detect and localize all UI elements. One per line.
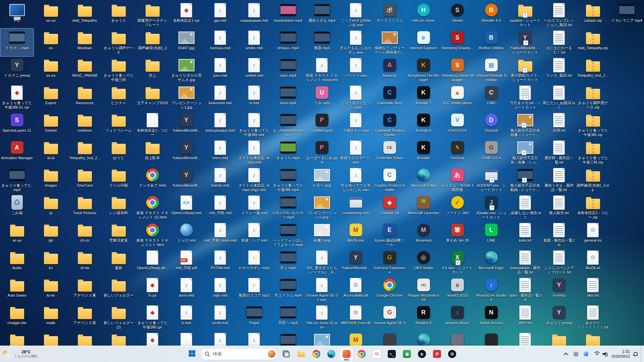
desktop-icon[interactable]: GGroove Agent SE 5 xyxy=(373,303,407,331)
taskbar-app-green-app[interactable] xyxy=(400,347,414,361)
desktop-icon[interactable]: HHALion Sonic xyxy=(407,1,440,29)
desktop-icon[interactable]: es-es xyxy=(34,56,68,84)
desktop-icon[interactable]: テンポあて.html xyxy=(136,166,169,194)
desktop-icon[interactable]: ♪Groove Agent SE 01.wav xyxy=(305,276,339,304)
desktop-icon[interactable]: MMuseHub xyxy=(407,221,440,249)
desktop-icon[interactable]: BBlender 4.4 xyxy=(474,1,508,29)
desktop-icon[interactable]: ⚙MoZA.ini xyxy=(576,248,610,277)
desktop-icon[interactable]: 調査用データテンプレート xyxy=(136,1,169,29)
desktop-icon[interactable]: ♪001_東北きりたん（ノーマル）_今じゃ... xyxy=(305,248,339,277)
desktop-icon[interactable]: Yきゅうり.ymmp xyxy=(542,303,576,331)
desktop-icon[interactable]: ⚙Accessibility.dll xyxy=(339,276,373,304)
desktop-icon[interactable]: ♪答え知ってても苦しいわこれ.wav xyxy=(339,166,373,194)
desktop-icon[interactable]: ラベル印刷 xyxy=(102,166,136,194)
desktop-icon[interactable]: id-id xyxy=(34,138,68,167)
desktop-icon[interactable]: ♪バスドラ.wav xyxy=(339,56,373,84)
desktop-icon[interactable]: 路上駐車 xyxy=(136,138,169,167)
desktop-icon[interactable]: teion.mp4 xyxy=(271,83,305,112)
desktop-icon[interactable]: LLINE xyxy=(474,221,508,249)
desktop-icon[interactable]: ja xyxy=(34,193,68,222)
desktop-icon[interactable]: ko xyxy=(34,248,68,277)
desktop-icon[interactable] xyxy=(102,330,136,347)
desktop-icon[interactable]: 営業日変更 xyxy=(102,221,136,249)
desktop-icon[interactable]: DDiscord xyxy=(474,111,508,139)
desktop-icon[interactable]: きゅうり食ってた午後3時.zip xyxy=(576,111,610,139)
desktop-icon[interactable] xyxy=(474,330,508,347)
desktop-icon[interactable]: ♪きゅうり食ってた午後3時.mid xyxy=(237,111,271,139)
desktop-icon[interactable]: ksks.txt xyxy=(508,221,542,249)
desktop-icon[interactable]: Telepathy_Inst_2... xyxy=(576,56,610,84)
desktop-icon[interactable]: GGIMP 3.0.4 xyxy=(474,138,508,167)
taskbar-app-edge[interactable] xyxy=(325,347,338,361)
desktop-icon[interactable]: ありがとう！！！！！！.txt xyxy=(576,303,610,331)
desktop-icon[interactable]: KKeepforest File Manager xyxy=(407,56,440,84)
taskbar-clock[interactable]: 1:01 2025/09/22 xyxy=(611,347,630,361)
desktop-icon[interactable]: ♪hamusu.mid xyxy=(203,28,237,57)
desktop-icon[interactable]: かるー.png xyxy=(305,166,339,194)
desktop-icon[interactable]: Telepathy_Inst_2... xyxy=(68,138,102,167)
desktop-icon[interactable]: eInternet Explorer xyxy=(407,28,440,57)
desktop-icon[interactable]: きゅうり食ってた午後三時.zip xyxy=(576,138,610,167)
desktop-icon[interactable]: 調声練習(失敗)_3.zip xyxy=(576,166,610,194)
desktop-icon[interactable]: ピクチャ xyxy=(102,83,136,112)
desktop-icon[interactable] xyxy=(542,330,576,347)
desktop-icon[interactable]: ♪mero.mid xyxy=(203,138,237,167)
desktop-icon[interactable]: ↗HDDFMT.exe - ショートカット xyxy=(474,166,508,194)
desktop-icon[interactable]: Uうみ.ustx xyxy=(305,83,339,112)
desktop-icon[interactable] xyxy=(68,330,102,347)
desktop-icon[interactable]: <>OpenCvSharp.xml xyxy=(169,193,203,222)
hidden-icons-button[interactable] xyxy=(561,347,571,361)
desktop-icon[interactable]: アナウンス茶 xyxy=(68,303,102,331)
desktop-icon[interactable]: きゅうり食ってた午後三時 xyxy=(102,56,136,84)
desktop-icon[interactable]: 新しいフォルダー (2) xyxy=(102,303,136,331)
desktop-icon[interactable]: YYukkuriMovieM... xyxy=(169,111,203,139)
desktop-icon[interactable]: アナウンス夏 xyxy=(68,276,102,304)
desktop-icon[interactable] xyxy=(440,330,474,347)
desktop-icon[interactable]: ♪ xyxy=(203,330,237,347)
desktop-icon[interactable]: open - 親作品一覧.txt xyxy=(508,276,542,304)
desktop-icon[interactable]: ゆうと xyxy=(102,138,136,167)
desktop-icon[interactable]: ⚙general.ini xyxy=(576,221,610,249)
desktop-icon[interactable]: AAudacity xyxy=(373,56,407,84)
notification-button[interactable] xyxy=(631,347,640,361)
desktop-icon[interactable]: ⚙AWSSDK.Core.dll xyxy=(339,303,373,331)
desktop-icon[interactable]: ♪jusu.mid xyxy=(203,56,237,84)
desktop-icon[interactable]: おっhhhhhhhhhhhh... xyxy=(271,111,305,139)
desktop-icon[interactable]: Fmp4 xyxy=(237,303,271,331)
desktop-icon[interactable]: OpenCvSharp.dll... xyxy=(136,248,169,277)
desktop-icon[interactable]: 選択肢 - 親作品一覧.txt xyxy=(542,138,576,167)
desktop-icon[interactable]: 名称未設定1 - コピー.zip xyxy=(576,193,610,222)
desktop-icon[interactable]: ♪Amazon Music xyxy=(440,303,474,331)
desktop-icon[interactable]: Mixdown xyxy=(68,28,102,57)
desktop-icon[interactable]: ♪gpt.mid xyxy=(203,1,237,29)
desktop-icon[interactable]: YYukkuriMovieM... xyxy=(169,138,203,167)
desktop-icon[interactable]: ♻ごみ箱 xyxy=(0,193,34,222)
desktop-icon[interactable]: GGeForce Experience xyxy=(373,248,407,277)
desktop-icon[interactable]: runtimes xyxy=(68,111,102,139)
desktop-icon[interactable]: ♪uaaaaaaaaa.mid xyxy=(237,1,271,29)
desktop-icon[interactable] xyxy=(34,330,68,347)
desktop-icon[interactable]: ♪ xyxy=(237,330,271,347)
desktop-icon[interactable]: ♪b.mid xyxy=(169,303,203,331)
desktop-icon[interactable] xyxy=(576,330,610,347)
desktop-icon[interactable]: aairset2-2019 xyxy=(440,276,474,304)
desktop-icon[interactable]: プレゼンテーション1.jpg xyxy=(169,83,203,112)
desktop-icon[interactable]: 画像1.png xyxy=(305,221,339,249)
desktop-icon[interactable]: midi_Telepathy.zip xyxy=(576,28,610,57)
desktop-icon[interactable]: TimeTune xyxy=(68,166,102,194)
desktop-icon[interactable]: ▦Chrome Remote Desktop xyxy=(474,56,508,84)
taskbar-app-p-red[interactable] xyxy=(430,347,444,361)
desktop-icon[interactable]: AActivation Manager xyxy=(0,138,34,167)
weather-widget[interactable]: 28°C くもりのち晴れ xyxy=(3,347,38,361)
desktop-icon[interactable]: 最新 xyxy=(102,248,136,277)
desktop-icon[interactable]: 無題.mp4 xyxy=(305,28,339,57)
desktop-icon[interactable]: ♪meroin.mid xyxy=(203,166,237,194)
desktop-icon[interactable]: くらび.xml xyxy=(169,221,203,249)
desktop-icon[interactable]: 羽尻へ.mp4 xyxy=(271,303,305,331)
desktop-icon[interactable]: ♪kotusytuaaus.mid xyxy=(203,111,237,139)
desktop-icon[interactable]: SSteinberg Library Manager xyxy=(440,56,474,84)
desktop-icon[interactable]: akis.txt xyxy=(576,276,610,304)
desktop-icon[interactable]: 通知うぜえ - 親作品一覧.txt xyxy=(542,166,576,194)
desktop-icon[interactable]: 新規 テキスト ドキュメント.html xyxy=(136,221,169,249)
desktop-icon[interactable]: ♪sirofo.mid xyxy=(203,303,237,331)
